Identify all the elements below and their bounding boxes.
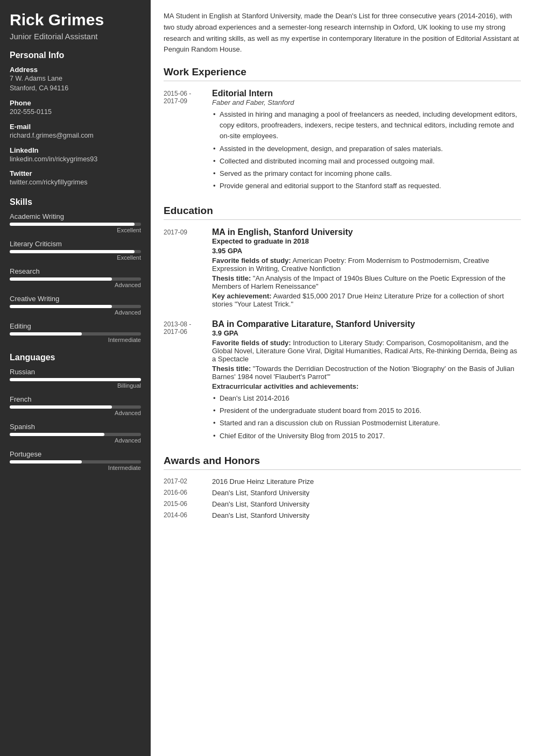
skill-level: Advanced (10, 282, 141, 288)
education-entry: 2013-08 - 2017-06 BA in Comparative Lita… (164, 319, 521, 443)
language-level: Billingual (10, 382, 141, 389)
work-content: Editorial Intern Faber and Faber, Stanfo… (212, 89, 521, 193)
edu-date: 2017-09 (164, 227, 212, 310)
skills-heading: Skills (10, 197, 141, 207)
language-item: Russian Billingual (10, 368, 141, 389)
skill-item: Academic Writing Excellent (10, 212, 141, 233)
language-name: Portugese (10, 450, 141, 458)
linkedin-label: LinkedIn (10, 146, 141, 154)
skill-level: Excellent (10, 254, 141, 261)
languages-list: Russian Billingual French Advanced Spani… (10, 368, 141, 471)
address-line2: Stanford, CA 94116 (10, 83, 141, 94)
language-name: Spanish (10, 423, 141, 431)
award-entry: 2014-06 Dean's List, Stanford University (164, 511, 521, 519)
main-content: MA Student in English at Stanford Univer… (151, 0, 536, 756)
skill-bar-bg (10, 277, 141, 281)
work-experience-section: Work Experience 2015-06 - 2017-09 Editor… (164, 66, 521, 193)
summary-text: MA Student in English at Stanford Univer… (164, 11, 521, 55)
language-bar-bg (10, 460, 141, 463)
skill-name: Literary Criticism (10, 240, 141, 248)
skill-bar-bg (10, 332, 141, 336)
education-entries: 2017-09 MA in English, Stanford Universi… (164, 227, 521, 443)
award-entry: 2016-06 Dean's List, Stanford University (164, 489, 521, 497)
languages-heading: Languages (10, 353, 141, 362)
edu-graduate: Expected to graduate in 2018 (212, 237, 521, 245)
skill-item: Literary Criticism Excellent (10, 240, 141, 261)
edu-content: MA in English, Stanford University Expec… (212, 227, 521, 310)
twitter-value: twitter.com/rickyfillygrimes (10, 177, 141, 188)
address-line1: 7 W. Adams Lane (10, 74, 141, 84)
work-title: Editorial Intern (212, 89, 521, 98)
work-bullet: Assisted in hiring and managing a pool o… (212, 109, 521, 141)
skill-name: Editing (10, 322, 141, 330)
language-item: French Advanced (10, 395, 141, 416)
work-bullet: Collected and distributed incoming mail … (212, 156, 521, 167)
edu-title: MA in English, Stanford University (212, 227, 521, 237)
award-name: Dean's List, Stanford University (212, 500, 309, 508)
award-entry: 2017-02 2016 Drue Heinz Literature Prize (164, 477, 521, 486)
work-entries: 2015-06 - 2017-09 Editorial Intern Faber… (164, 89, 521, 193)
skill-bar-bg (10, 250, 141, 253)
candidate-title: Junior Editorial Assistant (10, 32, 141, 41)
skill-name: Creative Writing (10, 295, 141, 303)
awards-list: 2017-02 2016 Drue Heinz Literature Prize… (164, 477, 521, 519)
work-bullet: Served as the primary contact for incomi… (212, 168, 521, 179)
language-bar-fill (10, 378, 141, 381)
language-level: Advanced (10, 437, 141, 444)
candidate-name: Rick Grimes (10, 11, 141, 30)
language-item: Portugese Intermediate (10, 450, 141, 471)
education-section: Education 2017-09 MA in English, Stanfor… (164, 205, 521, 443)
skills-list: Academic Writing Excellent Literary Crit… (10, 212, 141, 343)
extra-label: Extracurricular activities and achieveme… (212, 382, 521, 390)
skill-bar-fill (10, 332, 82, 336)
phone-value: 202-555-0115 (10, 107, 141, 117)
edu-fields: Favorite fields of study: Introduction t… (212, 339, 521, 363)
personal-info-heading: Personal Info (10, 51, 141, 60)
work-entry: 2015-06 - 2017-09 Editorial Intern Faber… (164, 89, 521, 193)
skill-item: Creative Writing Advanced (10, 295, 141, 316)
skill-bar-fill (10, 305, 112, 308)
skill-bar-fill (10, 277, 112, 281)
awards-section: Awards and Honors 2017-02 2016 Drue Hein… (164, 455, 521, 519)
award-date: 2016-06 (164, 489, 212, 497)
resume-container: Rick Grimes Junior Editorial Assistant P… (0, 0, 536, 756)
extra-bullet: Chief Editor of the University Blog from… (212, 431, 521, 441)
language-item: Spanish Advanced (10, 423, 141, 444)
award-name: 2016 Drue Heinz Literature Prize (212, 477, 314, 486)
education-entry: 2017-09 MA in English, Stanford Universi… (164, 227, 521, 310)
award-date: 2014-06 (164, 511, 212, 519)
work-heading: Work Experience (164, 66, 521, 81)
edu-fields: Favorite fields of study: American Poetr… (212, 256, 521, 273)
extra-bullet: Started and ran a discussion club on Rus… (212, 418, 521, 429)
edu-gpa: 3.95 GPA (212, 247, 521, 255)
skill-bar-fill (10, 223, 135, 226)
skill-item: Research Advanced (10, 267, 141, 288)
extra-bullet: Dean's List 2014-2016 (212, 393, 521, 404)
language-bar-bg (10, 433, 141, 436)
sidebar: Rick Grimes Junior Editorial Assistant P… (0, 0, 151, 756)
edu-title: BA in Comparative Litarature, Stanford U… (212, 319, 521, 329)
skill-level: Excellent (10, 227, 141, 233)
skill-name: Academic Writing (10, 212, 141, 220)
award-date: 2017-02 (164, 477, 212, 486)
edu-date: 2013-08 - 2017-06 (164, 319, 212, 443)
extra-bullets: Dean's List 2014-2016President of the un… (212, 393, 521, 441)
skill-item: Editing Intermediate (10, 322, 141, 343)
language-level: Intermediate (10, 465, 141, 471)
language-name: French (10, 395, 141, 403)
award-name: Dean's List, Stanford University (212, 511, 309, 519)
work-subtitle: Faber and Faber, Stanford (212, 98, 521, 106)
work-date: 2015-06 - 2017-09 (164, 89, 212, 193)
education-heading: Education (164, 205, 521, 220)
edu-thesis: Thesis title: "Towards the Derridian Dec… (212, 365, 521, 381)
skill-level: Advanced (10, 309, 141, 316)
language-bar-bg (10, 378, 141, 381)
work-bullet: Assisted in the development, design, and… (212, 144, 521, 154)
address-label: Address (10, 66, 141, 74)
skill-bar-bg (10, 305, 141, 308)
work-bullets: Assisted in hiring and managing a pool o… (212, 109, 521, 191)
extra-bullet: President of the undergraduate student b… (212, 405, 521, 416)
edu-gpa: 3.9 GPA (212, 329, 521, 337)
language-name: Russian (10, 368, 141, 376)
work-bullet: Provide general and editorial support to… (212, 181, 521, 191)
